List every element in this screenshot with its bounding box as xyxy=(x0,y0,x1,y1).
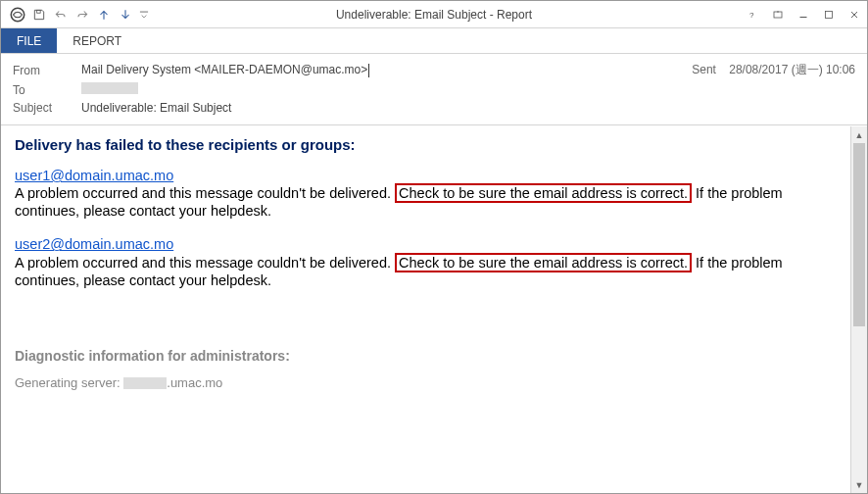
highlight-check-address: Check to be sure the email address is co… xyxy=(395,183,692,203)
highlight-check-address: Check to be sure the email address is co… xyxy=(395,253,692,272)
diag-server-redacted xyxy=(123,377,167,389)
recipient-email[interactable]: user2@domain.umac.mo xyxy=(15,236,173,252)
message-body-wrap: Delivery has failed to these recipients … xyxy=(1,125,867,493)
recipient-email[interactable]: user1@domain.umac.mo xyxy=(15,168,173,183)
ribbon-tabs: FILE REPORT xyxy=(1,28,867,54)
diag-server-pre: Generating server: xyxy=(15,375,123,390)
app-icon xyxy=(7,4,28,25)
to-redacted xyxy=(81,82,138,94)
prev-up-icon[interactable] xyxy=(93,4,115,25)
svg-text:?: ? xyxy=(749,11,754,20)
diagnostic-server-line: Generating server: .umac.mo xyxy=(15,375,837,390)
subject-label: Subject xyxy=(13,101,81,115)
close-icon[interactable] xyxy=(842,3,867,26)
text-cursor xyxy=(368,64,369,77)
redo-icon[interactable] xyxy=(72,4,93,25)
save-icon[interactable] xyxy=(28,4,50,25)
recipient-block: user1@domain.umac.mo A problem occurred … xyxy=(15,167,837,220)
scroll-up-icon[interactable]: ▲ xyxy=(851,126,867,143)
scroll-track[interactable] xyxy=(851,143,867,476)
recipient-msg-pre: A problem occurred and this message coul… xyxy=(15,255,395,271)
sent-label: Sent xyxy=(692,63,716,76)
recipient-block: user2@domain.umac.mo A problem occurred … xyxy=(15,235,837,288)
svg-rect-2 xyxy=(140,11,148,12)
scroll-thumb[interactable] xyxy=(853,143,865,326)
tab-report[interactable]: REPORT xyxy=(57,28,137,53)
scroll-down-icon[interactable]: ▼ xyxy=(851,476,867,493)
sent-block: Sent 28/08/2017 (週一) 10:06 xyxy=(682,62,855,78)
tab-file[interactable]: FILE xyxy=(1,28,57,53)
from-label: From xyxy=(13,64,81,77)
minimize-icon[interactable] xyxy=(791,3,816,26)
svg-rect-5 xyxy=(800,17,807,18)
quick-access-toolbar xyxy=(1,4,152,25)
qat-customize-icon[interactable] xyxy=(136,4,152,25)
help-icon[interactable]: ? xyxy=(740,3,765,26)
ribbon-display-icon[interactable] xyxy=(765,3,791,26)
svg-rect-6 xyxy=(826,12,833,19)
message-body: Delivery has failed to these recipients … xyxy=(1,126,850,493)
diagnostic-heading: Diagnostic information for administrator… xyxy=(15,348,837,364)
to-label: To xyxy=(13,83,81,97)
recipient-msg-pre: A problem occurred and this message coul… xyxy=(15,185,395,201)
message-header: From Mail Delivery System <MAILER-DAEMON… xyxy=(1,54,867,125)
vertical-scrollbar[interactable]: ▲ ▼ xyxy=(850,126,867,493)
from-text: Mail Delivery System <MAILER-DAEMON@umac… xyxy=(81,63,367,76)
sent-value: 28/08/2017 (週一) 10:06 xyxy=(729,63,855,76)
window-controls: ? xyxy=(740,1,867,28)
window-title: Undeliverable: Email Subject - Report xyxy=(336,8,532,22)
to-value xyxy=(81,82,855,97)
subject-value: Undeliverable: Email Subject xyxy=(81,101,855,115)
next-down-icon[interactable] xyxy=(115,4,136,25)
titlebar: Undeliverable: Email Subject - Report ? xyxy=(1,1,867,28)
maximize-icon[interactable] xyxy=(816,3,842,26)
undo-icon[interactable] xyxy=(50,4,72,25)
failure-heading: Delivery has failed to these recipients … xyxy=(15,136,837,153)
diag-server-post: .umac.mo xyxy=(167,375,222,390)
from-value: Mail Delivery System <MAILER-DAEMON@umac… xyxy=(81,63,682,77)
